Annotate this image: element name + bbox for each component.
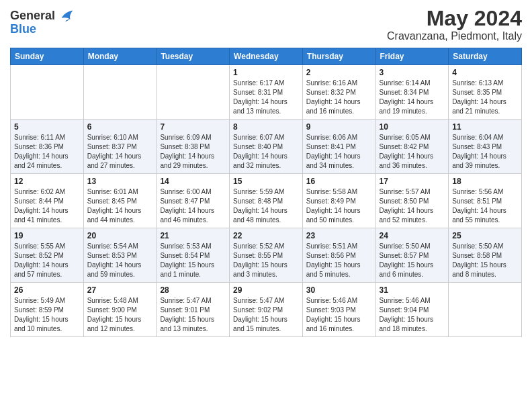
day-info: Sunrise: 6:13 AMSunset: 8:35 PMDaylight:… (452, 79, 518, 116)
calendar-cell: 3Sunrise: 6:14 AMSunset: 8:34 PMDaylight… (375, 65, 449, 120)
day-number: 15 (233, 177, 299, 186)
day-info: Sunrise: 5:53 AMSunset: 8:54 PMDaylight:… (160, 242, 226, 279)
calendar-cell (11, 65, 84, 120)
day-number: 6 (87, 122, 153, 132)
calendar-cell: 13Sunrise: 6:01 AMSunset: 8:45 PMDayligh… (83, 174, 157, 228)
day-info: Sunrise: 6:09 AMSunset: 8:38 PMDaylight:… (160, 133, 226, 171)
subtitle: Cravanzana, Piedmont, Italy (387, 30, 522, 42)
day-info: Sunrise: 6:02 AMSunset: 8:44 PMDaylight:… (14, 187, 80, 225)
day-number: 21 (160, 231, 226, 240)
week-row-1: 1Sunrise: 6:17 AMSunset: 8:31 PMDaylight… (11, 65, 522, 120)
calendar-cell: 28Sunrise: 5:47 AMSunset: 9:01 PMDayligh… (157, 283, 230, 337)
day-info: Sunrise: 5:58 AMSunset: 8:49 PMDaylight:… (306, 187, 372, 225)
calendar-cell: 18Sunrise: 5:56 AMSunset: 8:51 PMDayligh… (449, 174, 522, 228)
weekday-header-tuesday: Tuesday (157, 48, 230, 65)
logo-text: General (10, 9, 55, 23)
day-number: 12 (14, 177, 80, 186)
calendar-cell: 25Sunrise: 5:50 AMSunset: 8:58 PMDayligh… (449, 228, 522, 283)
day-info: Sunrise: 5:50 AMSunset: 8:58 PMDaylight:… (452, 242, 518, 279)
calendar: SundayMondayTuesdayWednesdayThursdayFrid… (10, 48, 522, 337)
day-info: Sunrise: 5:56 AMSunset: 8:51 PMDaylight:… (452, 187, 518, 225)
week-row-3: 12Sunrise: 6:02 AMSunset: 8:44 PMDayligh… (11, 174, 522, 228)
calendar-cell: 16Sunrise: 5:58 AMSunset: 8:49 PMDayligh… (302, 174, 375, 228)
day-info: Sunrise: 5:46 AMSunset: 9:03 PMDaylight:… (306, 296, 372, 334)
day-number: 2 (306, 68, 372, 77)
calendar-cell: 30Sunrise: 5:46 AMSunset: 9:03 PMDayligh… (302, 283, 375, 337)
calendar-cell: 10Sunrise: 6:05 AMSunset: 8:42 PMDayligh… (375, 120, 449, 174)
main-title: May 2024 (387, 7, 522, 30)
weekday-header-thursday: Thursday (302, 48, 375, 65)
day-number: 11 (452, 122, 518, 132)
calendar-cell: 6Sunrise: 6:10 AMSunset: 8:37 PMDaylight… (83, 120, 157, 174)
day-info: Sunrise: 6:11 AMSunset: 8:36 PMDaylight:… (14, 133, 80, 171)
day-number: 7 (160, 122, 226, 132)
day-info: Sunrise: 6:14 AMSunset: 8:34 PMDaylight:… (380, 79, 445, 116)
week-row-5: 26Sunrise: 5:49 AMSunset: 8:59 PMDayligh… (11, 283, 522, 337)
day-info: Sunrise: 5:50 AMSunset: 8:57 PMDaylight:… (380, 242, 445, 279)
calendar-cell: 21Sunrise: 5:53 AMSunset: 8:54 PMDayligh… (157, 228, 230, 283)
calendar-cell: 9Sunrise: 6:06 AMSunset: 8:41 PMDaylight… (302, 120, 375, 174)
day-info: Sunrise: 6:04 AMSunset: 8:43 PMDaylight:… (452, 133, 518, 171)
day-info: Sunrise: 6:01 AMSunset: 8:45 PMDaylight:… (87, 187, 153, 225)
calendar-cell: 8Sunrise: 6:07 AMSunset: 8:40 PMDaylight… (230, 120, 303, 174)
calendar-cell: 12Sunrise: 6:02 AMSunset: 8:44 PMDayligh… (11, 174, 84, 228)
day-number: 9 (306, 122, 372, 132)
calendar-cell: 17Sunrise: 5:57 AMSunset: 8:50 PMDayligh… (375, 174, 449, 228)
calendar-cell: 26Sunrise: 5:49 AMSunset: 8:59 PMDayligh… (11, 283, 84, 337)
calendar-cell: 24Sunrise: 5:50 AMSunset: 8:57 PMDayligh… (375, 228, 449, 283)
calendar-cell: 14Sunrise: 6:00 AMSunset: 8:47 PMDayligh… (157, 174, 230, 228)
day-number: 8 (233, 122, 299, 132)
day-number: 26 (14, 285, 80, 295)
day-info: Sunrise: 5:59 AMSunset: 8:48 PMDaylight:… (233, 187, 299, 225)
day-number: 19 (14, 231, 80, 240)
day-info: Sunrise: 5:54 AMSunset: 8:53 PMDaylight:… (87, 242, 153, 279)
week-row-4: 19Sunrise: 5:55 AMSunset: 8:52 PMDayligh… (11, 228, 522, 283)
calendar-cell: 15Sunrise: 5:59 AMSunset: 8:48 PMDayligh… (230, 174, 303, 228)
day-info: Sunrise: 6:16 AMSunset: 8:32 PMDaylight:… (306, 79, 372, 116)
calendar-cell (83, 65, 157, 120)
header: General Blue May 2024 Cravanzana, Piedmo… (10, 7, 522, 42)
weekday-header-row: SundayMondayTuesdayWednesdayThursdayFrid… (11, 48, 522, 65)
calendar-cell: 11Sunrise: 6:04 AMSunset: 8:43 PMDayligh… (449, 120, 522, 174)
day-info: Sunrise: 5:57 AMSunset: 8:50 PMDaylight:… (380, 187, 445, 225)
weekday-header-sunday: Sunday (11, 48, 84, 65)
day-number: 23 (306, 231, 372, 240)
day-info: Sunrise: 6:17 AMSunset: 8:31 PMDaylight:… (233, 79, 299, 116)
week-row-2: 5Sunrise: 6:11 AMSunset: 8:36 PMDaylight… (11, 120, 522, 174)
day-info: Sunrise: 6:05 AMSunset: 8:42 PMDaylight:… (380, 133, 445, 171)
calendar-cell: 5Sunrise: 6:11 AMSunset: 8:36 PMDaylight… (11, 120, 84, 174)
day-info: Sunrise: 5:55 AMSunset: 8:52 PMDaylight:… (14, 242, 80, 279)
day-info: Sunrise: 6:10 AMSunset: 8:37 PMDaylight:… (87, 133, 153, 171)
day-info: Sunrise: 6:06 AMSunset: 8:41 PMDaylight:… (306, 133, 372, 171)
day-info: Sunrise: 5:46 AMSunset: 9:04 PMDaylight:… (380, 296, 445, 334)
day-number: 3 (380, 68, 445, 77)
day-number: 18 (452, 177, 518, 186)
day-number: 20 (87, 231, 153, 240)
page: General Blue May 2024 Cravanzana, Piedmo… (0, 0, 532, 411)
calendar-cell: 1Sunrise: 6:17 AMSunset: 8:31 PMDaylight… (230, 65, 303, 120)
calendar-cell: 22Sunrise: 5:52 AMSunset: 8:55 PMDayligh… (230, 228, 303, 283)
calendar-cell: 27Sunrise: 5:48 AMSunset: 9:00 PMDayligh… (83, 283, 157, 337)
calendar-cell: 7Sunrise: 6:09 AMSunset: 8:38 PMDaylight… (157, 120, 230, 174)
weekday-header-wednesday: Wednesday (230, 48, 303, 65)
weekday-header-monday: Monday (83, 48, 157, 65)
day-number: 22 (233, 231, 299, 240)
calendar-cell: 29Sunrise: 5:47 AMSunset: 9:02 PMDayligh… (230, 283, 303, 337)
calendar-cell (157, 65, 230, 120)
day-number: 28 (160, 285, 226, 295)
day-number: 4 (452, 68, 518, 77)
calendar-cell: 19Sunrise: 5:55 AMSunset: 8:52 PMDayligh… (11, 228, 84, 283)
day-info: Sunrise: 5:47 AMSunset: 9:02 PMDaylight:… (233, 296, 299, 334)
calendar-cell (449, 283, 522, 337)
calendar-cell: 20Sunrise: 5:54 AMSunset: 8:53 PMDayligh… (83, 228, 157, 283)
day-info: Sunrise: 5:48 AMSunset: 9:00 PMDaylight:… (87, 296, 153, 334)
day-number: 17 (380, 177, 445, 186)
day-number: 16 (306, 177, 372, 186)
day-info: Sunrise: 5:49 AMSunset: 8:59 PMDaylight:… (14, 296, 80, 334)
day-number: 31 (380, 285, 445, 295)
day-info: Sunrise: 6:07 AMSunset: 8:40 PMDaylight:… (233, 133, 299, 171)
day-info: Sunrise: 6:00 AMSunset: 8:47 PMDaylight:… (160, 187, 226, 225)
logo: General Blue (10, 7, 75, 35)
day-number: 30 (306, 285, 372, 295)
day-number: 24 (380, 231, 445, 240)
